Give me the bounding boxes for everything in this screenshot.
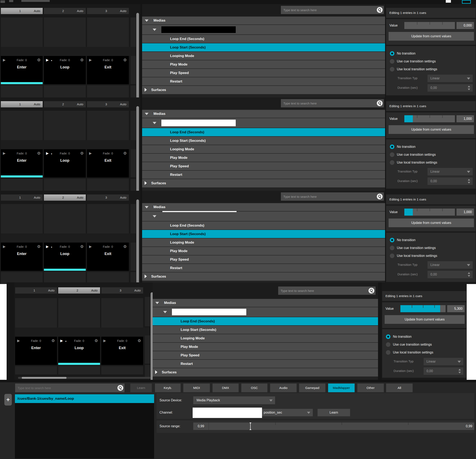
radio-use-cue-transition[interactable]: Use cue transition settings [386,245,476,251]
cue-cell-loop[interactable]: ▶ ● Fade: 0 ⚙ Loop [44,243,86,271]
tree-row-surfaces[interactable]: Surfaces [153,368,378,377]
radio-use-local-transition[interactable]: Use local transition settings [386,160,476,166]
update-from-current-values-button[interactable]: Update from current values [389,32,474,41]
cue-cell-enter[interactable]: ▶ ● Fade: 0 ⚙ Enter [1,243,43,271]
collapse-icon[interactable] [153,29,156,31]
tab-midi[interactable]: MIDI [183,384,210,392]
cue-slot-empty[interactable] [101,366,143,374]
spinner-down-icon[interactable] [459,372,461,373]
gear-icon[interactable]: ⚙ [123,244,127,249]
duration-spinner[interactable]: 0,00 [424,367,463,375]
column-header-3[interactable]: 3 Auto [101,287,143,294]
play-icon[interactable]: ▶ [17,338,20,343]
column-header-1[interactable]: 1 Auto [1,101,43,107]
cue-slot-partial[interactable] [130,85,136,97]
column-header-2[interactable]: 2 Auto [44,101,86,107]
transition-type-dropdown[interactable]: Linear [427,261,473,269]
gear-icon[interactable]: ⚙ [137,338,141,343]
source-device-dropdown[interactable]: Media Playback [193,396,275,404]
cue-slot-partial[interactable] [130,149,136,177]
column-header-1[interactable]: 1 Auto [1,194,43,201]
spinner-down-icon[interactable] [468,182,470,184]
column-header-2[interactable]: 2 Auto [44,194,86,201]
add-mapping-button[interactable]: + [4,394,12,406]
cue-slot-empty[interactable] [15,366,57,374]
tree-row-param[interactable]: Play Speed [142,69,385,77]
cue-slot-partial[interactable] [130,56,136,84]
search-icon[interactable] [368,288,374,294]
cue-slot-partial[interactable] [130,204,136,233]
search-input[interactable] [278,287,375,295]
search-field[interactable] [278,287,375,295]
collapse-icon[interactable] [145,206,149,208]
cue-slot-empty[interactable] [44,179,86,191]
tree-row-param[interactable]: Looping Mode [153,334,378,342]
spinner-up-icon[interactable] [468,179,470,181]
cue-slot-empty[interactable] [44,85,86,97]
horizontal-scrollbar[interactable] [22,377,67,379]
radio-icon[interactable] [386,334,391,339]
cue-slot-empty[interactable] [44,18,86,47]
tree-row-medias[interactable]: Medias [142,110,385,118]
gear-icon[interactable]: ⚙ [123,58,127,63]
update-from-current-values-button[interactable]: Update from current values [389,125,474,134]
vertical-scrollbar[interactable] [136,106,139,191]
collapse-icon[interactable] [155,302,159,304]
cue-slot-empty[interactable] [87,111,129,140]
mapping-row-selected[interactable]: /cues/Bank-1/cues/by_name/Loop [15,394,154,403]
radio-icon[interactable] [390,144,394,149]
tree-row-param[interactable]: Looping Mode [142,52,385,60]
cue-slot-empty[interactable] [1,18,43,47]
tree-row-surfaces[interactable]: Surfaces [142,273,385,281]
search-icon[interactable] [377,194,382,199]
play-icon[interactable]: ▶ [60,338,63,343]
search-input[interactable] [281,99,384,107]
cue-cell-exit[interactable]: ▶ ● Fade: 0 ⚙ Exit [87,56,129,84]
tree-row-param[interactable]: Restart [142,171,385,179]
tab-madmapper[interactable]: MadMapper [328,384,355,392]
learn-button[interactable]: Learn [318,409,350,416]
radio-icon[interactable] [390,238,394,242]
tree-row-param[interactable]: Looping Mode [142,238,385,247]
collapse-icon[interactable] [153,122,156,124]
radio-use-local-transition[interactable]: Use local transition settings [386,253,476,259]
tree-row-media-item[interactable] [153,307,378,317]
radio-no-transition[interactable]: No transition [386,144,476,150]
tree-row-param[interactable]: Looping Mode [142,145,385,153]
search-field[interactable] [281,6,384,14]
collapse-icon[interactable] [145,19,149,22]
tree-row-param[interactable]: Play Mode [142,247,385,255]
tree-row-param[interactable]: Restart [153,360,378,368]
play-icon[interactable]: ▶ [89,244,92,249]
play-icon[interactable]: ▶ [3,151,6,156]
tab-other[interactable]: Other [357,384,384,392]
play-icon[interactable]: ▶ [89,58,92,63]
cue-slot-empty[interactable] [87,85,129,97]
source-range-handle[interactable] [250,423,251,430]
expand-icon[interactable] [144,181,147,185]
radio-use-cue-transition[interactable]: Use cue transition settings [386,152,476,158]
value-field[interactable]: 5,300 [447,305,465,312]
tree-row-media-item[interactable] [142,212,385,221]
search-icon[interactable] [377,7,382,13]
column-header-1[interactable]: 1 Auto [15,287,57,294]
radio-use-cue-transition[interactable]: Use cue transition settings [386,58,476,65]
spinner-down-icon[interactable] [468,275,470,277]
column-header-3[interactable]: 3 Auto [87,8,129,14]
update-from-current-values-button[interactable]: Update from current values [385,315,465,324]
expand-icon[interactable] [144,88,147,92]
transition-type-dropdown[interactable]: Linear [427,75,473,82]
radio-use-local-transition[interactable]: Use local transition settings [382,350,466,356]
play-icon[interactable]: ▶ [46,151,49,156]
spinner-up-icon[interactable] [468,86,470,87]
search-input[interactable] [281,6,384,14]
transition-type-dropdown[interactable]: Linear [427,168,473,175]
tree-row-param[interactable]: Loop Start (Seconds) [142,137,385,145]
search-input[interactable] [281,192,384,201]
tree-row-medias[interactable]: Medias [142,203,385,211]
tree-row-param[interactable]: Play Speed [153,351,378,359]
tree-row-medias[interactable]: Medias [142,17,385,25]
tree-row-surfaces[interactable]: Surfaces [142,179,385,187]
vertical-scrollbar[interactable] [136,13,139,97]
value-slider[interactable] [404,22,455,29]
